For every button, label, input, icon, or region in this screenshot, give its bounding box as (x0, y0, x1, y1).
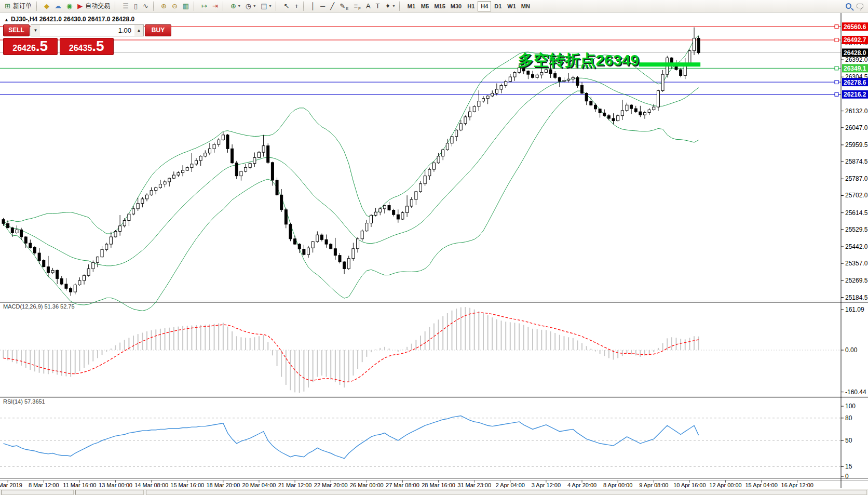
svg-text:15 Apr 04:00: 15 Apr 04:00 (745, 482, 777, 488)
tile-windows-button[interactable]: ▦ (180, 1, 192, 11)
arrows-button[interactable]: ✦▾ (383, 1, 398, 11)
sell-button[interactable]: SELL (3, 24, 30, 36)
periods-icon: ◷ (246, 2, 251, 11)
chart-bars-button[interactable]: ☰ (120, 1, 131, 11)
periods-button[interactable]: ◷▾ (243, 1, 258, 11)
horizontal-line-button[interactable]: ─ (318, 1, 328, 11)
auto-trading-icon: ▶ (77, 2, 83, 11)
svg-text:18 Mar 20:00: 18 Mar 20:00 (206, 482, 240, 488)
buy-price-display[interactable]: 26435 .5 (60, 38, 114, 55)
svg-text:4 Apr 20:00: 4 Apr 20:00 (567, 482, 596, 488)
status-bar (0, 489, 868, 495)
svg-text:25442.0: 25442.0 (845, 243, 868, 250)
chart-candles-button[interactable]: ▯ (131, 1, 140, 11)
cursor-button[interactable]: ↖ (281, 1, 292, 11)
svg-text:20 Mar 04:00: 20 Mar 04:00 (242, 482, 276, 488)
svg-text:26349.1: 26349.1 (844, 65, 866, 72)
auto-trading-button[interactable]: ▶自动交易 (75, 1, 113, 11)
indicators-button[interactable]: ⊕▾ (228, 1, 243, 11)
chart-canvas[interactable]: 多空转折点26349多空转折点2634926477.026392.026304.… (0, 0, 868, 495)
timeframe-m30-button[interactable]: M30 (448, 1, 464, 11)
svg-text:26047.0: 26047.0 (845, 124, 868, 131)
trendline-button[interactable]: ╱ (328, 1, 337, 11)
chat-icon[interactable] (854, 1, 866, 11)
chart-line-button[interactable]: ∿ (140, 1, 151, 11)
equidistant-channel-icon: ✎ (340, 2, 345, 11)
toolbar-separator (276, 2, 279, 11)
zoom-out-icon: ⊖ (172, 2, 178, 11)
volume-stepper: ▼ ▲ (31, 24, 144, 36)
buy-price-fraction: .5 (92, 39, 104, 53)
timeframe-mn-button[interactable]: MN (519, 1, 533, 11)
timeframe-m1-button[interactable]: M1 (404, 1, 418, 11)
mql5-community-button[interactable]: ☁ (52, 1, 64, 11)
rsi-title: RSI(14) (3, 398, 23, 405)
text-label-button[interactable]: T (373, 1, 383, 11)
market-icon: ◆ (44, 2, 49, 11)
svg-text:14 Mar 08:00: 14 Mar 08:00 (134, 482, 168, 488)
equidistant-channel-button[interactable]: ✎E (337, 1, 351, 11)
vertical-line-button[interactable]: │ (308, 1, 318, 11)
svg-text:13 Mar 00:00: 13 Mar 00:00 (99, 482, 132, 488)
timeframe-m15-button[interactable]: M15 (431, 1, 447, 11)
timeframe-d1-button[interactable]: D1 (491, 1, 505, 11)
search-icon[interactable] (843, 1, 854, 11)
svg-text:50: 50 (845, 437, 852, 444)
sell-price-main: 26426 (12, 44, 36, 53)
svg-text:21 Mar 12:00: 21 Mar 12:00 (278, 482, 312, 488)
rsi-values: 57.3651 (24, 398, 45, 405)
cursor-icon: ↖ (283, 2, 289, 11)
svg-text:25269.5: 25269.5 (845, 277, 868, 284)
svg-text:25529.5: 25529.5 (845, 226, 868, 233)
volume-increase-button[interactable]: ▲ (134, 25, 143, 36)
svg-text:11 Mar 16:00: 11 Mar 16:00 (63, 482, 96, 488)
svg-text:26 Mar 00:00: 26 Mar 00:00 (350, 482, 384, 488)
mt4-window: ⊞新订单◆☁◉▶自动交易☰▯∿⊕⊖▦↦⇥⊕▾◷▾▤▾↖+│─╱✎E≡FAT✦▾M… (0, 0, 868, 495)
chart-shift-button[interactable]: ⇥ (210, 1, 221, 11)
templates-dropdown-icon: ▾ (269, 4, 271, 8)
auto-scroll-button[interactable]: ↦ (199, 1, 210, 11)
new-order-button[interactable]: ⊞新订单 (2, 1, 34, 11)
svg-text:27 Mar 08:00: 27 Mar 08:00 (386, 482, 419, 488)
timeframe-h4-button[interactable]: H4 (478, 1, 491, 11)
signals-button[interactable]: ◉ (64, 1, 75, 11)
svg-text:25787.0: 25787.0 (845, 175, 868, 182)
main-toolbar: ⊞新订单◆☁◉▶自动交易☰▯∿⊕⊖▦↦⇥⊕▾◷▾▤▾↖+│─╱✎E≡FAT✦▾M… (0, 0, 868, 12)
indicators-icon: ⊕ (230, 2, 236, 11)
crosshair-button[interactable]: + (292, 1, 301, 11)
market-button[interactable]: ◆ (42, 1, 52, 11)
buy-button[interactable]: BUY (145, 24, 171, 36)
timeframe-m5-button[interactable]: M5 (418, 1, 431, 11)
timeframe-w1-button[interactable]: W1 (505, 1, 519, 11)
sell-price-display[interactable]: 26426 .5 (3, 38, 58, 55)
toolbar-separator (399, 2, 403, 11)
svg-text:26132.0: 26132.0 (845, 108, 868, 115)
templates-button[interactable]: ▤▾ (258, 1, 274, 11)
fibonacci-button[interactable]: ≡F (351, 1, 363, 11)
svg-text:26392.0: 26392.0 (845, 56, 868, 63)
svg-text:12 Apr 00:00: 12 Apr 00:00 (709, 482, 741, 488)
chart-candles-icon: ▯ (134, 2, 138, 11)
zoom-in-icon: ⊕ (161, 2, 167, 11)
svg-text:8 Mar 12:00: 8 Mar 12:00 (29, 482, 59, 488)
status-cell (75, 490, 144, 495)
volume-decrease-button[interactable]: ▼ (31, 25, 40, 36)
toolbar-separator (36, 2, 40, 11)
timeframe-h1-button[interactable]: H1 (464, 1, 478, 11)
toolbar-separator (223, 2, 226, 11)
volume-input[interactable] (40, 25, 134, 36)
svg-text:多空转折点26349: 多空转折点26349 (518, 51, 639, 69)
toolbar-separator (194, 2, 197, 11)
svg-text:100: 100 (845, 403, 856, 410)
status-cell (146, 490, 867, 495)
toolbar-separator (115, 2, 118, 11)
svg-text:25702.0: 25702.0 (845, 192, 868, 199)
zoom-out-button[interactable]: ⊖ (169, 1, 180, 11)
text-button[interactable]: A (363, 1, 373, 11)
chart-bars-icon: ☰ (123, 2, 129, 11)
tile-windows-icon: ▦ (183, 2, 189, 11)
arrows-icon: ✦ (385, 2, 391, 11)
svg-text:0: 0 (845, 473, 849, 480)
periods-dropdown-icon: ▾ (253, 4, 255, 8)
zoom-in-button[interactable]: ⊕ (158, 1, 169, 11)
